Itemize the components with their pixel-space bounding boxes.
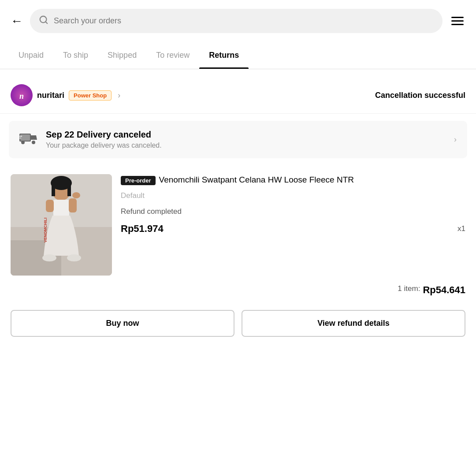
menu-button[interactable]: [450, 15, 465, 27]
svg-rect-16: [67, 181, 71, 196]
delivery-subtitle: Your package delivery was canceled.: [46, 142, 162, 149]
delivery-title: Sep 22 Delivery canceled: [46, 130, 162, 140]
product-name: Venomchili Swatpant Celana HW Loose Flee…: [159, 175, 354, 184]
delivery-left: Sep 22 Delivery canceled Your package de…: [19, 130, 162, 149]
shop-header: n nuritari Power Shop › Cancellation suc…: [0, 75, 476, 114]
menu-icon: [451, 20, 464, 22]
delivery-truck-icon: [19, 131, 37, 149]
action-buttons: Buy now View refund details: [0, 303, 476, 351]
tab-shipped[interactable]: Shipped: [98, 42, 146, 69]
product-name-row: Pre-orderVenomchili Swatpant Celana HW L…: [121, 174, 465, 186]
total-row: 1 item: Rp54.641: [0, 284, 476, 303]
menu-icon: [451, 17, 464, 18]
delivery-card[interactable]: Sep 22 Delivery canceled Your package de…: [9, 121, 467, 158]
tab-returns[interactable]: Returns: [199, 42, 249, 69]
svg-line-1: [45, 22, 47, 23]
view-refund-button[interactable]: View refund details: [242, 310, 465, 337]
shop-chevron-icon[interactable]: ›: [118, 91, 120, 100]
svg-rect-19: [69, 198, 77, 212]
svg-point-23: [67, 254, 81, 261]
tab-to-review[interactable]: To review: [146, 42, 199, 69]
cancellation-status: Cancellation successful: [375, 91, 465, 100]
svg-text:n: n: [19, 92, 24, 101]
menu-icon: [451, 24, 464, 25]
refund-status: Refund completed: [121, 207, 465, 216]
svg-point-20: [72, 192, 80, 198]
back-button[interactable]: ←: [11, 14, 23, 28]
search-input[interactable]: [54, 16, 434, 26]
tab-to-ship[interactable]: To ship: [53, 42, 98, 69]
product-details: Pre-orderVenomchili Swatpant Celana HW L…: [121, 174, 465, 276]
tab-unpaid[interactable]: Unpaid: [9, 42, 53, 69]
total-label: 1 item:: [398, 284, 420, 296]
delivery-info: Sep 22 Delivery canceled Your package de…: [46, 130, 162, 149]
shop-name: nuritari: [37, 91, 64, 100]
buy-now-button[interactable]: Buy now: [11, 310, 234, 337]
svg-rect-7: [20, 134, 30, 141]
order-section: n nuritari Power Shop › Cancellation suc…: [0, 75, 476, 351]
price-row: Rp51.974 x1: [121, 223, 465, 235]
svg-rect-17: [53, 200, 69, 216]
header: ←: [0, 0, 476, 42]
svg-rect-18: [46, 200, 54, 212]
svg-rect-15: [52, 181, 55, 196]
shop-logo: n: [11, 84, 33, 106]
product-price: Rp51.974: [121, 223, 164, 235]
power-shop-badge: Power Shop: [69, 90, 112, 101]
product-image: VENOMCHILI: [11, 174, 112, 276]
search-bar[interactable]: [30, 9, 443, 33]
product-variant: Default: [121, 191, 465, 200]
search-icon: [39, 15, 48, 27]
product-item: VENOMCHILI Pre-orderVenomchili Swatpant …: [0, 165, 476, 284]
delivery-chevron-icon[interactable]: ›: [454, 135, 457, 144]
svg-text:VENOMCHILI: VENOMCHILI: [43, 217, 48, 242]
svg-point-22: [42, 254, 56, 261]
total-amount: Rp54.641: [423, 284, 465, 296]
svg-point-6: [32, 141, 35, 144]
shop-left: n nuritari Power Shop ›: [11, 84, 120, 106]
tabs-bar: Unpaid To ship Shipped To review Returns: [0, 42, 476, 69]
svg-point-5: [21, 141, 25, 144]
preorder-tag: Pre-order: [121, 176, 156, 185]
product-qty: x1: [457, 224, 465, 233]
